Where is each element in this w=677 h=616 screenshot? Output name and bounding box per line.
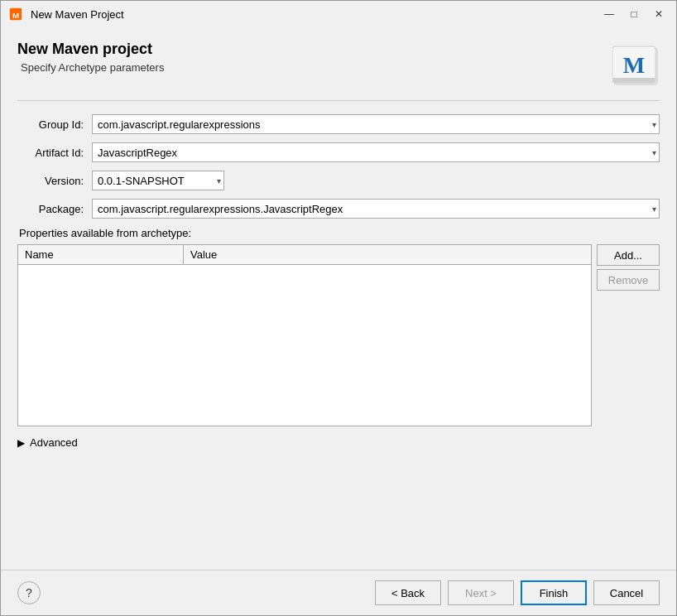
version-row: Version: 0.0.1-SNAPSHOT ▾ bbox=[17, 171, 660, 190]
footer: ? < Back Next > Finish Cancel bbox=[1, 570, 676, 615]
finish-button[interactable]: Finish bbox=[521, 580, 587, 605]
artifact-id-row: Artifact Id: JavascriptRegex ▾ bbox=[17, 142, 660, 162]
separator bbox=[17, 100, 660, 101]
advanced-arrow-icon: ▶ bbox=[17, 437, 25, 449]
package-label: Package: bbox=[17, 203, 92, 215]
group-id-row: Group Id: com.javascript.regularexpressi… bbox=[17, 114, 660, 134]
spacer bbox=[17, 449, 660, 570]
group-id-wrapper: com.javascript.regularexpressions ▾ bbox=[92, 114, 660, 134]
svg-rect-5 bbox=[612, 78, 655, 83]
content: New Maven project Specify Archetype para… bbox=[1, 27, 676, 570]
properties-section: Name Value Add... Remove bbox=[17, 244, 660, 426]
table-body[interactable] bbox=[18, 265, 591, 422]
table-header: Name Value bbox=[18, 245, 591, 265]
package-row: Package: com.javascript.regularexpressio… bbox=[17, 199, 660, 219]
cancel-button[interactable]: Cancel bbox=[593, 580, 660, 605]
properties-table: Name Value bbox=[17, 244, 592, 426]
advanced-row[interactable]: ▶ Advanced bbox=[17, 436, 660, 449]
group-id-label: Group Id: bbox=[17, 118, 92, 131]
page-title: New Maven project bbox=[17, 41, 164, 58]
title-bar: M New Maven Project — □ ✕ bbox=[1, 1, 676, 27]
artifact-id-label: Artifact Id: bbox=[17, 147, 92, 159]
next-button[interactable]: Next > bbox=[448, 580, 514, 605]
remove-button[interactable]: Remove bbox=[597, 269, 660, 291]
version-label: Version: bbox=[17, 175, 92, 187]
table-buttons: Add... Remove bbox=[597, 244, 660, 426]
footer-buttons: < Back Next > Finish Cancel bbox=[375, 580, 660, 605]
window-title: New Maven Project bbox=[31, 8, 598, 21]
window: M New Maven Project — □ ✕ New Maven proj… bbox=[0, 0, 677, 616]
artifact-id-wrapper: JavascriptRegex ▾ bbox=[92, 142, 660, 162]
add-button[interactable]: Add... bbox=[597, 244, 660, 266]
back-button[interactable]: < Back bbox=[375, 580, 441, 605]
package-select[interactable]: com.javascript.regularexpressions.Javasc… bbox=[92, 199, 660, 219]
properties-label: Properties available from archetype: bbox=[19, 227, 660, 239]
maven-icon: M bbox=[612, 41, 660, 89]
help-button[interactable]: ? bbox=[17, 581, 41, 604]
window-icon: M bbox=[7, 6, 24, 22]
group-id-select[interactable]: com.javascript.regularexpressions bbox=[92, 114, 660, 134]
column-value: Value bbox=[184, 245, 591, 264]
header-left: New Maven project Specify Archetype para… bbox=[17, 41, 164, 74]
maximize-button[interactable]: □ bbox=[623, 6, 645, 22]
title-bar-controls: — □ ✕ bbox=[598, 6, 670, 22]
svg-text:M: M bbox=[623, 52, 645, 78]
minimize-button[interactable]: — bbox=[598, 6, 620, 22]
page-subtitle: Specify Archetype parameters bbox=[17, 61, 164, 74]
column-name: Name bbox=[18, 245, 184, 264]
page-header: New Maven project Specify Archetype para… bbox=[17, 41, 660, 89]
advanced-label: Advanced bbox=[30, 436, 78, 449]
version-select[interactable]: 0.0.1-SNAPSHOT bbox=[92, 171, 224, 190]
svg-text:M: M bbox=[12, 11, 19, 20]
artifact-id-select[interactable]: JavascriptRegex bbox=[92, 142, 660, 162]
package-wrapper: com.javascript.regularexpressions.Javasc… bbox=[92, 199, 660, 219]
close-button[interactable]: ✕ bbox=[648, 6, 670, 22]
